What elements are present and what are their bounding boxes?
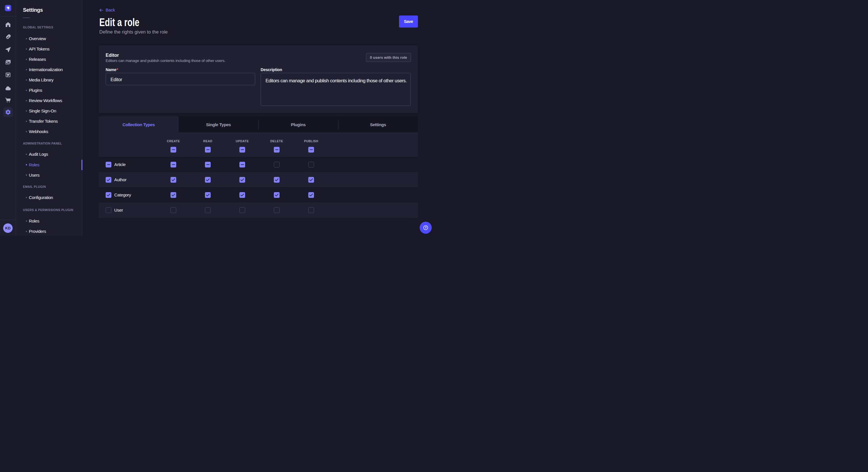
svg-text:?: ?: [425, 226, 427, 229]
